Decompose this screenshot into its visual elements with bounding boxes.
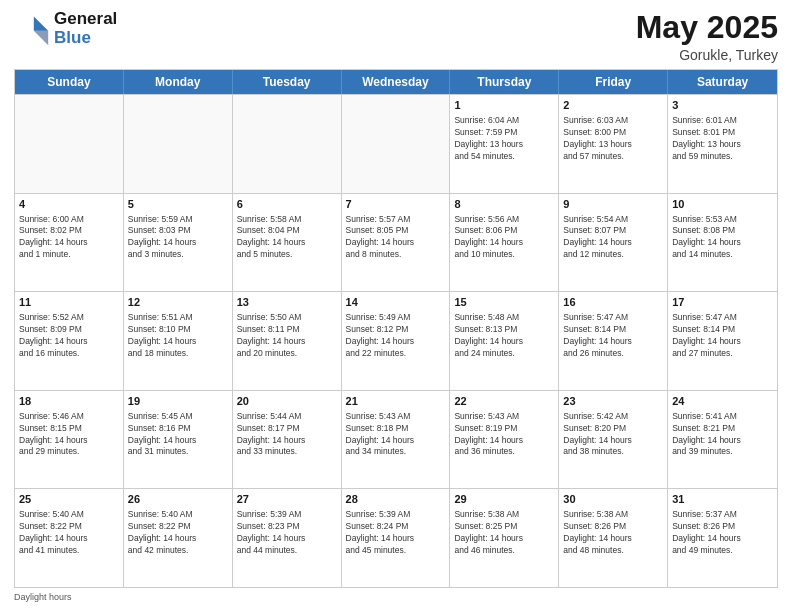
header-day: Sunday [15, 70, 124, 94]
day-number: 5 [128, 197, 228, 212]
cell-text: Sunrise: 5:46 AM Sunset: 8:15 PM Dayligh… [19, 411, 119, 459]
day-number: 18 [19, 394, 119, 409]
calendar-cell: 9Sunrise: 5:54 AM Sunset: 8:07 PM Daylig… [559, 194, 668, 292]
cell-text: Sunrise: 5:50 AM Sunset: 8:11 PM Dayligh… [237, 312, 337, 360]
day-number: 30 [563, 492, 663, 507]
cell-text: Sunrise: 5:57 AM Sunset: 8:05 PM Dayligh… [346, 214, 446, 262]
calendar-row: 4Sunrise: 6:00 AM Sunset: 8:02 PM Daylig… [15, 193, 777, 292]
day-number: 13 [237, 295, 337, 310]
logo-icon [14, 11, 50, 47]
day-number: 21 [346, 394, 446, 409]
cell-text: Sunrise: 5:48 AM Sunset: 8:13 PM Dayligh… [454, 312, 554, 360]
calendar-header: SundayMondayTuesdayWednesdayThursdayFrid… [15, 70, 777, 94]
calendar-cell: 29Sunrise: 5:38 AM Sunset: 8:25 PM Dayli… [450, 489, 559, 587]
svg-marker-0 [34, 16, 48, 30]
day-number: 19 [128, 394, 228, 409]
calendar-body: 1Sunrise: 6:04 AM Sunset: 7:59 PM Daylig… [15, 94, 777, 587]
calendar-row: 11Sunrise: 5:52 AM Sunset: 8:09 PM Dayli… [15, 291, 777, 390]
cell-text: Sunrise: 5:42 AM Sunset: 8:20 PM Dayligh… [563, 411, 663, 459]
title-block: May 2025 Gorukle, Turkey [636, 10, 778, 63]
header-day: Saturday [668, 70, 777, 94]
calendar-cell: 15Sunrise: 5:48 AM Sunset: 8:13 PM Dayli… [450, 292, 559, 390]
day-number: 4 [19, 197, 119, 212]
header-day: Tuesday [233, 70, 342, 94]
day-number: 11 [19, 295, 119, 310]
day-number: 31 [672, 492, 773, 507]
calendar-cell: 16Sunrise: 5:47 AM Sunset: 8:14 PM Dayli… [559, 292, 668, 390]
cell-text: Sunrise: 5:37 AM Sunset: 8:26 PM Dayligh… [672, 509, 773, 557]
day-number: 9 [563, 197, 663, 212]
calendar-cell: 5Sunrise: 5:59 AM Sunset: 8:03 PM Daylig… [124, 194, 233, 292]
cell-text: Sunrise: 5:40 AM Sunset: 8:22 PM Dayligh… [19, 509, 119, 557]
calendar-cell: 30Sunrise: 5:38 AM Sunset: 8:26 PM Dayli… [559, 489, 668, 587]
cell-text: Sunrise: 5:39 AM Sunset: 8:24 PM Dayligh… [346, 509, 446, 557]
cell-text: Sunrise: 5:51 AM Sunset: 8:10 PM Dayligh… [128, 312, 228, 360]
svg-marker-1 [34, 30, 48, 44]
calendar-cell: 4Sunrise: 6:00 AM Sunset: 8:02 PM Daylig… [15, 194, 124, 292]
cell-text: Sunrise: 5:43 AM Sunset: 8:19 PM Dayligh… [454, 411, 554, 459]
day-number: 28 [346, 492, 446, 507]
day-number: 1 [454, 98, 554, 113]
cell-text: Sunrise: 5:43 AM Sunset: 8:18 PM Dayligh… [346, 411, 446, 459]
day-number: 6 [237, 197, 337, 212]
day-number: 15 [454, 295, 554, 310]
cell-text: Sunrise: 5:47 AM Sunset: 8:14 PM Dayligh… [563, 312, 663, 360]
calendar-row: 25Sunrise: 5:40 AM Sunset: 8:22 PM Dayli… [15, 488, 777, 587]
day-number: 25 [19, 492, 119, 507]
calendar-cell: 22Sunrise: 5:43 AM Sunset: 8:19 PM Dayli… [450, 391, 559, 489]
logo: General Blue [14, 10, 117, 47]
day-number: 29 [454, 492, 554, 507]
calendar-row: 18Sunrise: 5:46 AM Sunset: 8:15 PM Dayli… [15, 390, 777, 489]
calendar-cell [233, 95, 342, 193]
day-number: 10 [672, 197, 773, 212]
day-number: 7 [346, 197, 446, 212]
day-number: 23 [563, 394, 663, 409]
calendar-cell: 23Sunrise: 5:42 AM Sunset: 8:20 PM Dayli… [559, 391, 668, 489]
calendar-cell: 28Sunrise: 5:39 AM Sunset: 8:24 PM Dayli… [342, 489, 451, 587]
cell-text: Sunrise: 5:52 AM Sunset: 8:09 PM Dayligh… [19, 312, 119, 360]
calendar-cell [124, 95, 233, 193]
calendar-cell: 31Sunrise: 5:37 AM Sunset: 8:26 PM Dayli… [668, 489, 777, 587]
footer: Daylight hours [14, 592, 778, 602]
calendar-cell: 18Sunrise: 5:46 AM Sunset: 8:15 PM Dayli… [15, 391, 124, 489]
cell-text: Sunrise: 5:39 AM Sunset: 8:23 PM Dayligh… [237, 509, 337, 557]
calendar-cell: 11Sunrise: 5:52 AM Sunset: 8:09 PM Dayli… [15, 292, 124, 390]
cell-text: Sunrise: 6:00 AM Sunset: 8:02 PM Dayligh… [19, 214, 119, 262]
day-number: 12 [128, 295, 228, 310]
calendar-cell: 6Sunrise: 5:58 AM Sunset: 8:04 PM Daylig… [233, 194, 342, 292]
calendar-cell [15, 95, 124, 193]
day-number: 14 [346, 295, 446, 310]
header-day: Monday [124, 70, 233, 94]
calendar-cell: 7Sunrise: 5:57 AM Sunset: 8:05 PM Daylig… [342, 194, 451, 292]
header-day: Wednesday [342, 70, 451, 94]
calendar-cell [342, 95, 451, 193]
day-number: 16 [563, 295, 663, 310]
header-day: Thursday [450, 70, 559, 94]
day-number: 8 [454, 197, 554, 212]
cell-text: Sunrise: 5:44 AM Sunset: 8:17 PM Dayligh… [237, 411, 337, 459]
calendar-cell: 26Sunrise: 5:40 AM Sunset: 8:22 PM Dayli… [124, 489, 233, 587]
header: General Blue May 2025 Gorukle, Turkey [14, 10, 778, 63]
day-number: 20 [237, 394, 337, 409]
calendar-cell: 3Sunrise: 6:01 AM Sunset: 8:01 PM Daylig… [668, 95, 777, 193]
cell-text: Sunrise: 5:58 AM Sunset: 8:04 PM Dayligh… [237, 214, 337, 262]
day-number: 17 [672, 295, 773, 310]
day-number: 2 [563, 98, 663, 113]
calendar-cell: 1Sunrise: 6:04 AM Sunset: 7:59 PM Daylig… [450, 95, 559, 193]
calendar-cell: 14Sunrise: 5:49 AM Sunset: 8:12 PM Dayli… [342, 292, 451, 390]
calendar-cell: 8Sunrise: 5:56 AM Sunset: 8:06 PM Daylig… [450, 194, 559, 292]
calendar-cell: 13Sunrise: 5:50 AM Sunset: 8:11 PM Dayli… [233, 292, 342, 390]
day-number: 26 [128, 492, 228, 507]
cell-text: Sunrise: 5:45 AM Sunset: 8:16 PM Dayligh… [128, 411, 228, 459]
calendar-row: 1Sunrise: 6:04 AM Sunset: 7:59 PM Daylig… [15, 94, 777, 193]
cell-text: Sunrise: 5:41 AM Sunset: 8:21 PM Dayligh… [672, 411, 773, 459]
calendar: SundayMondayTuesdayWednesdayThursdayFrid… [14, 69, 778, 588]
month-title: May 2025 [636, 10, 778, 45]
calendar-cell: 10Sunrise: 5:53 AM Sunset: 8:08 PM Dayli… [668, 194, 777, 292]
cell-text: Sunrise: 6:03 AM Sunset: 8:00 PM Dayligh… [563, 115, 663, 163]
cell-text: Sunrise: 5:56 AM Sunset: 8:06 PM Dayligh… [454, 214, 554, 262]
calendar-cell: 19Sunrise: 5:45 AM Sunset: 8:16 PM Dayli… [124, 391, 233, 489]
cell-text: Sunrise: 5:38 AM Sunset: 8:25 PM Dayligh… [454, 509, 554, 557]
cell-text: Sunrise: 5:38 AM Sunset: 8:26 PM Dayligh… [563, 509, 663, 557]
cell-text: Sunrise: 5:47 AM Sunset: 8:14 PM Dayligh… [672, 312, 773, 360]
